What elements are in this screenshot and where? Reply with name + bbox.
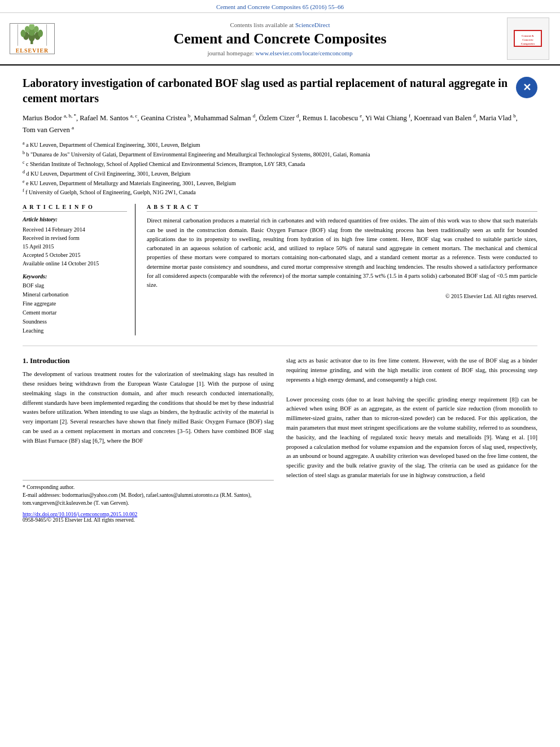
- affiliation-b: b b "Dunarea de Jos" University of Galat…: [23, 150, 537, 159]
- journal-header: ELSEVIER Contents lists available at Sci…: [0, 13, 560, 65]
- affiliation-d: d d KU Leuven, Department of Civil Engin…: [23, 169, 537, 178]
- keyword-1: BOF slag: [23, 281, 127, 290]
- svg-point-5: [38, 29, 43, 37]
- science-direct-url[interactable]: ScienceDirect: [295, 21, 330, 28]
- authors: Marius Bodor a, b, *, Rafael M. Santos a…: [23, 112, 537, 136]
- elsevier-logo: ELSEVIER: [7, 23, 58, 54]
- available-date: Available online 14 October 2015: [23, 259, 127, 268]
- affiliations: a a KU Leuven, Department of Chemical En…: [23, 140, 537, 197]
- page-container: Cement and Concrete Composites 65 (2016)…: [0, 0, 560, 747]
- svg-text:Concrete: Concrete: [522, 38, 533, 41]
- affiliation-f: f f University of Guelph, School of Engi…: [23, 187, 537, 197]
- article-history-label: Article history:: [23, 216, 127, 222]
- crossmark-logo: ✕: [509, 76, 537, 98]
- received-date: Received 14 February 2014: [23, 225, 127, 234]
- keyword-4: Cement mortar: [23, 308, 127, 317]
- svg-text:✕: ✕: [523, 82, 531, 93]
- article-info-header: A R T I C L E I N F O: [23, 204, 127, 212]
- footnote-section: * Corresponding author. E-mail addresses…: [23, 480, 274, 508]
- affiliation-a: a a KU Leuven, Department of Chemical En…: [23, 140, 537, 150]
- elsevier-text: ELSEVIER: [16, 47, 49, 54]
- intro-paragraph3: Lower processing costs (due to at least …: [286, 395, 537, 480]
- article-info-abstract-columns: A R T I C L E I N F O Article history: R…: [23, 204, 537, 335]
- email-note: E-mail addresses: bodormarius@yahoo.com …: [23, 491, 274, 508]
- received-revised-label: Received in revised form: [23, 234, 127, 242]
- svg-point-4: [21, 29, 26, 37]
- introduction-paragraph1: The development of various treatment rou…: [23, 370, 274, 445]
- affiliation-e: e e KU Leuven, Department of Metallurgy …: [23, 178, 537, 188]
- issn-text: 0958-9465/© 2015 Elsevier Ltd. All right…: [23, 517, 274, 523]
- doi-link[interactable]: http://dx.doi.org/10.1016/j.cemconcomp.2…: [23, 512, 274, 517]
- accepted-date: Accepted 5 October 2015: [23, 251, 127, 259]
- science-direct-link: Contents lists available at ScienceDirec…: [58, 21, 502, 28]
- svg-text:Cement &: Cement &: [522, 34, 534, 37]
- keywords-label: Keywords:: [23, 273, 127, 279]
- introduction-title: 1. Introduction: [23, 356, 274, 365]
- journal-homepage-url[interactable]: www.elsevier.com/locate/cemconcomp: [255, 50, 352, 56]
- section-divider: [23, 346, 537, 346]
- abstract-header: A B S T R A C T: [147, 204, 537, 212]
- journal-logo-box: Cement & Concrete Composites: [507, 18, 549, 60]
- journal-title: Cement and Concrete Composites: [58, 30, 502, 47]
- abstract-text: Direct mineral carbonation produces a ma…: [147, 216, 537, 290]
- revised-date: 15 April 2015: [23, 242, 127, 251]
- keyword-3: Fine aggregate: [23, 299, 127, 308]
- main-content: Laboratory investigation of carbonated B…: [0, 65, 560, 534]
- journal-center: Contents lists available at ScienceDirec…: [58, 21, 502, 56]
- journal-logo-graphic: Cement & Concrete Composites: [514, 30, 542, 47]
- keyword-6: Leaching: [23, 326, 127, 335]
- left-col-article-info: A R T I C L E I N F O Article history: R…: [23, 204, 135, 335]
- journal-reference-text: Cement and Concrete Composites 65 (2016)…: [216, 3, 344, 10]
- affiliation-c: c c Sheridan Institute of Technology, Sc…: [23, 159, 537, 169]
- keyword-5: Soundness: [23, 317, 127, 326]
- crossmark-badge: ✕: [516, 77, 537, 98]
- body-columns: 1. Introduction The development of vario…: [23, 356, 537, 523]
- elsevier-tree-art: [12, 24, 52, 46]
- intro-paragraph2: slag acts as basic activator due to its …: [286, 356, 537, 385]
- right-col-abstract: A B S T R A C T Direct mineral carbonati…: [147, 204, 537, 335]
- body-left-col: 1. Introduction The development of vario…: [23, 356, 274, 523]
- journal-homepage: journal homepage: www.elsevier.com/locat…: [58, 50, 502, 56]
- journal-logo-right: Cement & Concrete Composites: [502, 18, 553, 60]
- journal-reference-bar: Cement and Concrete Composites 65 (2016)…: [0, 0, 560, 13]
- elsevier-logo-box: ELSEVIER: [10, 23, 55, 54]
- abstract-copyright: © 2015 Elsevier Ltd. All rights reserved…: [147, 293, 537, 299]
- corresponding-author-note: * Corresponding author.: [23, 483, 274, 491]
- article-title-section: Laboratory investigation of carbonated B…: [23, 76, 537, 106]
- article-title: Laboratory investigation of carbonated B…: [23, 76, 509, 106]
- svg-text:Composites: Composites: [521, 42, 535, 45]
- doi-section: http://dx.doi.org/10.1016/j.cemconcomp.2…: [23, 512, 274, 523]
- crossmark-icon: ✕: [518, 79, 535, 96]
- keyword-2: Mineral carbonation: [23, 290, 127, 299]
- body-right-col: slag acts as basic activator due to its …: [286, 356, 537, 523]
